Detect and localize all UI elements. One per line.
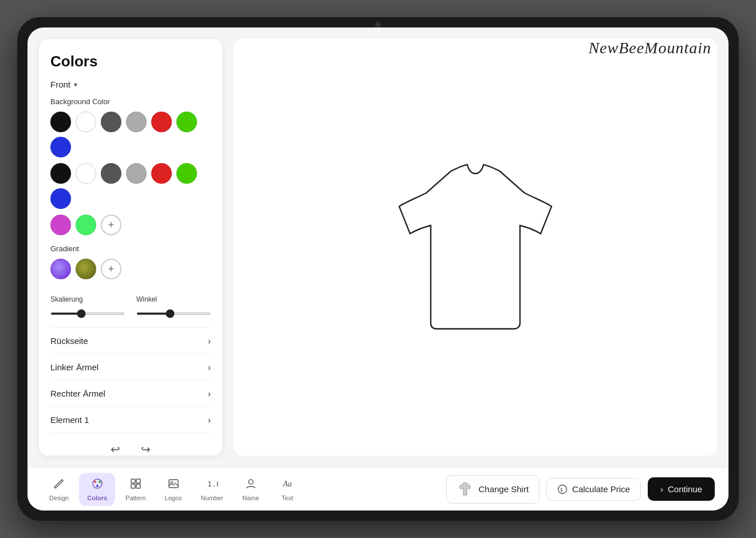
skalierung-slider[interactable] — [50, 312, 125, 315]
change-shirt-button[interactable]: Change Shirt — [446, 475, 540, 504]
tab-number-label: Number — [201, 495, 223, 501]
continue-chevron-icon: › — [660, 484, 663, 494]
bottom-right-actions: Change Shirt $ Calculate Price › Continu… — [446, 475, 715, 504]
rueckseite-section[interactable]: Rückseite › — [50, 327, 211, 354]
svg-point-3 — [96, 485, 99, 487]
add-gradient-button[interactable]: + — [101, 259, 121, 279]
winkel-label: Winkel — [136, 295, 211, 303]
background-color-label: Background Color — [50, 97, 211, 106]
color-swatch-green1[interactable] — [176, 112, 197, 132]
svg-rect-8 — [169, 480, 178, 488]
svg-point-9 — [171, 481, 173, 484]
calculate-price-button[interactable]: $ Calculate Price — [546, 478, 641, 501]
tab-design[interactable]: Design — [41, 473, 77, 506]
design-icon — [53, 477, 65, 493]
tab-name-label: Name — [242, 495, 259, 501]
change-shirt-icon — [457, 481, 473, 497]
color-swatch-blue2[interactable] — [50, 188, 71, 209]
left-panel: Colors Front ▾ Background Color — [39, 39, 222, 456]
redo-button[interactable]: ↪ — [136, 440, 155, 458]
rechter-armel-section[interactable]: Rechter Ärmel › — [50, 380, 211, 406]
tab-pattern[interactable]: Pattern — [117, 473, 153, 506]
tab-pattern-label: Pattern — [125, 495, 145, 501]
color-swatch-black1[interactable] — [50, 112, 71, 132]
main-area: NewBeeMountain Colors Front ▾ Background… — [27, 27, 729, 467]
color-swatch-gray2[interactable] — [126, 163, 147, 184]
screen: NewBeeMountain Colors Front ▾ Background… — [27, 27, 729, 511]
skalierung-label: Skalierung — [50, 295, 125, 303]
color-swatch-green2[interactable] — [176, 163, 197, 184]
svg-text:Aa: Aa — [282, 480, 292, 488]
gradient-swatch-olive[interactable] — [76, 259, 96, 279]
tab-text[interactable]: Aa Text — [270, 473, 305, 506]
color-grid-row3: + — [50, 215, 211, 235]
color-swatch-darkgray1[interactable] — [101, 112, 121, 132]
front-section-header[interactable]: Front ▾ — [50, 80, 211, 89]
bottom-tabs: Design Colors — [41, 473, 305, 506]
svg-text:$: $ — [560, 487, 563, 493]
svg-rect-6 — [131, 484, 135, 488]
color-swatch-white2[interactable] — [76, 163, 96, 184]
linker-armel-section[interactable]: Linker Ärmel › — [50, 354, 211, 380]
color-grid-row1 — [50, 112, 211, 157]
panel-footer: ↩ ↪ — [50, 433, 211, 458]
skalierung-group: Skalierung — [50, 295, 125, 317]
color-swatch-blue1[interactable] — [50, 137, 71, 157]
svg-rect-4 — [131, 479, 135, 483]
device-frame: NewBeeMountain Colors Front ▾ Background… — [17, 17, 739, 521]
linker-armel-chevron-icon: › — [208, 362, 211, 372]
winkel-slider[interactable] — [136, 312, 211, 315]
tshirt-preview — [367, 139, 584, 356]
tab-name[interactable]: Name — [234, 473, 268, 506]
tab-colors-label: Colors — [87, 495, 107, 501]
gradient-swatches: + — [50, 259, 211, 279]
calculate-price-icon: $ — [557, 484, 568, 495]
brand-logo: NewBeeMountain — [588, 39, 711, 57]
color-swatch-red1[interactable] — [151, 112, 172, 132]
svg-rect-7 — [136, 484, 140, 488]
undo-button[interactable]: ↩ — [106, 440, 125, 458]
gradient-swatch-purple[interactable] — [50, 259, 71, 279]
gradient-label: Gradient — [50, 244, 211, 253]
tab-colors[interactable]: Colors — [79, 473, 115, 506]
color-swatch-white1[interactable] — [76, 112, 96, 132]
colors-icon — [91, 477, 104, 493]
tab-logos[interactable]: Logos — [156, 473, 191, 506]
color-grid-row2 — [50, 163, 211, 209]
svg-point-11 — [249, 480, 253, 484]
tab-design-label: Design — [49, 495, 69, 501]
bottom-bar: Design Colors — [27, 467, 729, 511]
svg-point-2 — [99, 481, 101, 483]
pattern-icon — [129, 477, 142, 493]
add-color-button[interactable]: + — [101, 215, 121, 235]
color-swatch-gray1[interactable] — [126, 112, 147, 132]
panel-title: Colors — [50, 53, 211, 70]
gradient-section: Gradient + — [50, 244, 211, 287]
front-chevron-icon: ▾ — [74, 81, 77, 89]
color-swatch-magenta[interactable] — [50, 215, 71, 235]
element1-chevron-icon: › — [208, 415, 211, 425]
tab-text-label: Text — [282, 495, 293, 501]
svg-rect-5 — [136, 479, 140, 483]
color-swatch-black2[interactable] — [50, 163, 71, 184]
tab-number[interactable]: 1.0 Number — [193, 473, 231, 506]
color-swatch-darkgray2[interactable] — [101, 163, 121, 184]
slider-row: Skalierung Winkel — [50, 295, 211, 317]
number-icon: 1.0 — [206, 477, 218, 493]
rueckseite-chevron-icon: › — [208, 336, 211, 346]
color-swatch-mint[interactable] — [76, 215, 96, 235]
tab-logos-label: Logos — [165, 495, 182, 501]
svg-point-1 — [94, 481, 96, 483]
text-icon: Aa — [281, 477, 294, 493]
winkel-group: Winkel — [136, 295, 211, 317]
logos-icon — [167, 477, 180, 493]
name-icon — [245, 477, 257, 493]
element1-section[interactable]: Element 1 › — [50, 406, 211, 433]
continue-button[interactable]: › Continue — [648, 477, 715, 501]
rechter-armel-chevron-icon: › — [208, 389, 211, 398]
svg-text:1.0: 1.0 — [207, 480, 218, 488]
color-swatch-red2[interactable] — [151, 163, 172, 184]
canvas-area — [234, 39, 717, 456]
